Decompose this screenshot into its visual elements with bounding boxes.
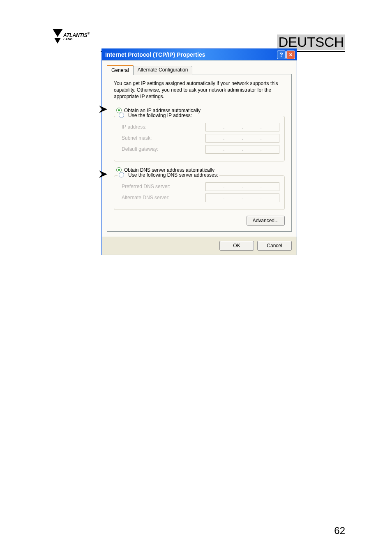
dialog-buttons: OK Cancel xyxy=(102,237,297,255)
intro-text: You can get IP settings assigned automat… xyxy=(114,80,285,100)
alternate-dns-input: ... xyxy=(205,193,279,202)
radio-dns-manual[interactable] xyxy=(119,172,124,177)
dns-manual-group: Use the following DNS server addresses: … xyxy=(114,175,285,210)
ip-address-input: ... xyxy=(205,123,279,131)
advanced-button[interactable]: Advanced... xyxy=(247,216,285,226)
radio-label: Use the following IP address: xyxy=(128,113,192,118)
close-button[interactable]: × xyxy=(286,51,295,59)
default-gateway-label: Default gateway: xyxy=(119,146,158,152)
default-gateway-input: ... xyxy=(205,145,279,154)
pointer-arrow-icon xyxy=(98,170,111,179)
dialog-title: Internet Protocol (TCP/IP) Properties xyxy=(105,51,276,58)
radio-label: Use the following DNS server addresses: xyxy=(128,172,218,178)
radio-ip-manual[interactable] xyxy=(119,113,124,118)
ip-address-label: IP address: xyxy=(119,124,146,130)
subnet-mask-input: ... xyxy=(205,134,279,143)
tabs: General Alternate Configuration xyxy=(107,65,292,74)
pointer-arrow-icon xyxy=(98,105,111,114)
tab-alternate[interactable]: Alternate Configuration xyxy=(133,66,193,75)
titlebar[interactable]: Internet Protocol (TCP/IP) Properties ? … xyxy=(102,49,297,60)
page-number: 62 xyxy=(334,525,345,537)
preferred-dns-input: ... xyxy=(205,182,279,191)
ip-manual-group: Use the following IP address: IP address… xyxy=(114,116,285,161)
cancel-button[interactable]: Cancel xyxy=(257,241,292,251)
brand-logo: ATLANTIS® LAND xyxy=(48,25,94,52)
tcpip-properties-dialog: Internet Protocol (TCP/IP) Properties ? … xyxy=(101,48,297,255)
ok-button[interactable]: OK xyxy=(219,241,254,251)
tab-general[interactable]: General xyxy=(107,65,134,74)
subnet-mask-label: Subnet mask: xyxy=(119,135,152,141)
preferred-dns-label: Preferred DNS server: xyxy=(119,184,171,189)
alternate-dns-label: Alternate DNS server: xyxy=(119,195,170,200)
tab-panel-general: You can get IP settings assigned automat… xyxy=(107,74,292,232)
help-button[interactable]: ? xyxy=(277,51,286,59)
brand-reg: ® xyxy=(87,32,90,35)
